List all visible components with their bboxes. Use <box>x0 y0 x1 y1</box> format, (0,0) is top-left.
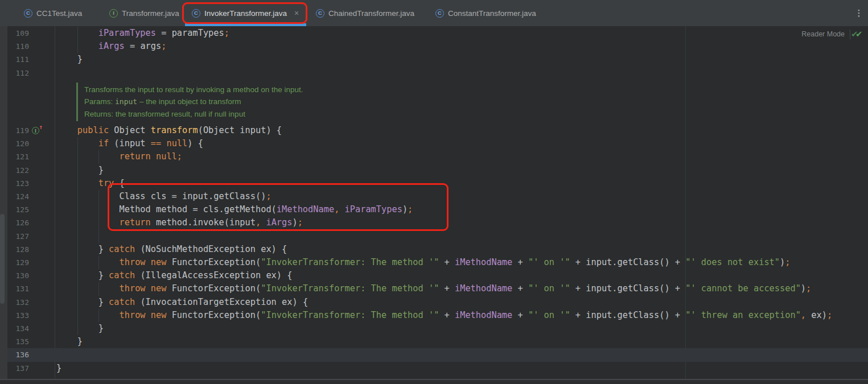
reader-mode-bar: Reader Mode ✔✔ <box>801 28 868 40</box>
class-file-icon: C <box>24 9 32 18</box>
code-text: } catch (InvocationTargetException ex) { <box>56 296 308 309</box>
code-line-136[interactable]: 136 <box>0 348 868 361</box>
bottom-panel-edge <box>0 380 868 384</box>
code-text: } <box>56 164 104 177</box>
tab-label: CC1Test.java <box>36 9 82 18</box>
line-number[interactable]: 126 <box>7 216 29 229</box>
doc-comment-line: Returns: the transformed result, null if… <box>84 108 245 121</box>
line-number[interactable]: 131 <box>7 282 29 295</box>
line-number[interactable]: 137 <box>7 362 29 375</box>
line-number[interactable]: 119 <box>7 124 29 137</box>
code-text: public Object transform(Object input) { <box>56 124 282 137</box>
line-number[interactable]: 133 <box>7 309 29 322</box>
line-number[interactable]: 124 <box>7 190 29 203</box>
annotation-box-code-lines-124-126 <box>108 183 449 231</box>
code-text: } <box>56 322 104 335</box>
line-number[interactable]: 134 <box>7 322 29 335</box>
code-text: } catch (NoSuchMethodException ex) { <box>56 243 287 256</box>
line-number[interactable]: 109 <box>7 27 29 40</box>
tab-label: ChainedTransformer.java <box>328 9 414 18</box>
code-line-121[interactable]: 121 return null; <box>0 150 868 163</box>
line-number[interactable]: 130 <box>7 269 29 282</box>
code-line-134[interactable]: 134 } <box>0 322 868 335</box>
code-line-128[interactable]: 128 } catch (NoSuchMethodException ex) { <box>0 243 868 256</box>
tab-label: Transformer.java <box>122 9 179 18</box>
code-line-119[interactable]: 119I↑ public Object transform(Object inp… <box>0 124 868 137</box>
line-number[interactable]: 112 <box>7 67 29 80</box>
line-number[interactable]: 111 <box>7 53 29 66</box>
line-number[interactable]: 132 <box>7 296 29 309</box>
code-text: } <box>56 362 61 375</box>
line-number[interactable]: 128 <box>7 243 29 256</box>
code-line-111[interactable]: 111 } <box>0 53 868 66</box>
reader-mode-separator <box>850 30 850 39</box>
code-text: iArgs = args; <box>56 40 166 53</box>
class-file-icon: C <box>316 9 324 18</box>
code-line-138[interactable]: 138 <box>0 375 868 379</box>
code-line-137[interactable]: 137} <box>0 362 868 375</box>
code-line-132[interactable]: 132 } catch (InvocationTargetException e… <box>0 296 868 309</box>
line-number[interactable]: 127 <box>7 230 29 243</box>
code-line-131[interactable]: 131 throw new FunctorException("InvokerT… <box>0 282 868 295</box>
interface-file-icon: I <box>109 9 118 18</box>
tab-chainedtransformer-java[interactable]: CChainedTransformer.java <box>309 0 421 26</box>
code-text: iParamTypes = paramTypes; <box>56 27 229 40</box>
code-text: } <box>56 53 83 66</box>
doc-comment-line: Transforms the input to result by invoki… <box>84 84 303 96</box>
code-text: return null; <box>56 150 182 163</box>
code-line-129[interactable]: 129 throw new FunctorException("InvokerT… <box>0 256 868 269</box>
class-file-icon: C <box>435 9 444 18</box>
doc-comment-line: Params: input – the input object to tran… <box>84 96 241 108</box>
code-text: } catch (IllegalAccessException ex) { <box>56 269 292 282</box>
code-text: } <box>56 335 83 348</box>
code-line-133[interactable]: 133 throw new FunctorException("InvokerT… <box>0 309 868 322</box>
implementing-method-gutter-icon[interactable]: I↑ <box>32 126 42 135</box>
tab-constanttransformer-java[interactable]: CConstantTransformer.java <box>429 0 545 26</box>
line-number[interactable]: 123 <box>7 177 29 190</box>
line-number[interactable]: 120 <box>7 137 29 150</box>
code-line-122[interactable]: 122 } <box>0 164 868 177</box>
line-number[interactable]: 138 <box>7 375 29 379</box>
tab-label: ConstantTransformer.java <box>448 9 536 18</box>
line-number[interactable]: 125 <box>7 203 29 216</box>
code-line-135[interactable]: 135 } <box>0 335 868 348</box>
doc-comment-bar <box>76 82 78 121</box>
code-line-112[interactable]: 112 <box>0 67 868 80</box>
code-line-127[interactable]: 127 <box>0 230 868 243</box>
code-line-109[interactable]: 109 iParamTypes = paramTypes; <box>0 27 868 40</box>
code-line-130[interactable]: 130 } catch (IllegalAccessException ex) … <box>0 269 868 282</box>
editor-tab-bar: CCC1Test.javaITransformer.javaCInvokerTr… <box>0 0 868 26</box>
ide-window: CCC1Test.javaITransformer.javaCInvokerTr… <box>0 0 868 384</box>
line-number[interactable]: 110 <box>7 40 29 53</box>
caret-line-highlight <box>7 348 868 361</box>
line-number[interactable]: 121 <box>7 150 29 163</box>
tab-cc1test-java[interactable]: CCC1Test.java <box>17 0 92 26</box>
code-text: throw new FunctorException("InvokerTrans… <box>56 282 811 295</box>
annotation-box-active-tab <box>182 2 307 24</box>
line-number[interactable]: 135 <box>7 335 29 348</box>
code-line-120[interactable]: 120 if (input == null) { <box>0 137 868 150</box>
code-text: throw new FunctorException("InvokerTrans… <box>56 309 832 322</box>
reader-mode-label[interactable]: Reader Mode <box>801 30 845 38</box>
inspections-ok-icon[interactable]: ✔✔ <box>855 28 867 40</box>
line-number[interactable]: 136 <box>7 348 29 361</box>
line-number[interactable]: 122 <box>7 164 29 177</box>
tab-transformer-java[interactable]: ITransformer.java <box>102 0 179 26</box>
line-number[interactable]: 129 <box>7 256 29 269</box>
code-text: if (input == null) { <box>56 137 203 150</box>
code-text: throw new FunctorException("InvokerTrans… <box>56 256 790 269</box>
rendered-doc-comment: Transforms the input to result by invoki… <box>0 80 868 124</box>
tab-options-kebab-icon[interactable]: ⋮ <box>853 7 865 19</box>
code-line-110[interactable]: 110 iArgs = args; <box>0 40 868 53</box>
